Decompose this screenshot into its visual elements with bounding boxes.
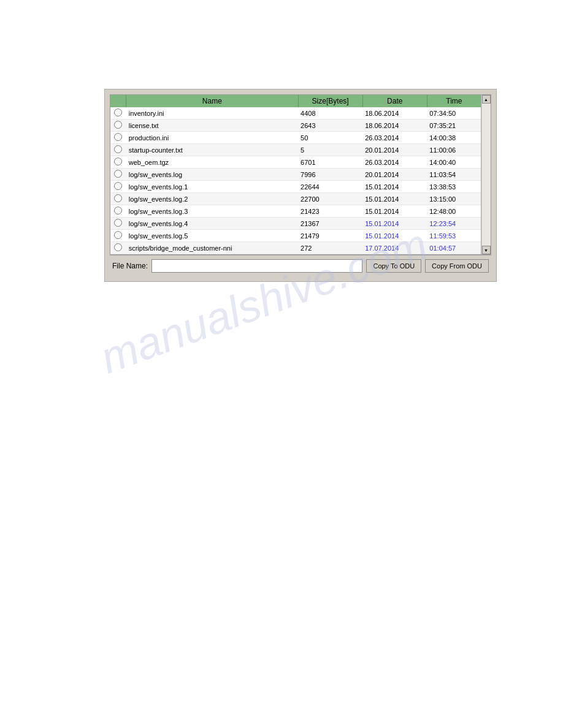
row-time: 14:00:40 [427, 156, 481, 169]
row-name: inventory.ini [126, 107, 298, 119]
row-name: log/sw_events.log [126, 169, 298, 181]
row-size: 6701 [298, 156, 362, 169]
row-radio-cell [110, 169, 126, 181]
row-time: 07:34:50 [427, 107, 481, 119]
scroll-down-button[interactable]: ▼ [482, 246, 491, 254]
row-date: 15.01.2014 [362, 193, 427, 205]
row-size: 272 [298, 242, 362, 254]
row-size: 21367 [298, 218, 362, 230]
file-select-radio[interactable] [114, 231, 122, 239]
row-date: 20.01.2014 [362, 169, 427, 181]
row-radio-cell [110, 144, 126, 156]
row-radio-cell [110, 193, 126, 205]
row-name: production.ini [126, 132, 298, 144]
table-row[interactable]: inventory.ini440818.06.201407:34:50 [110, 107, 481, 119]
row-radio-cell [110, 132, 126, 144]
row-time: 01:04:57 [427, 242, 481, 254]
table-row[interactable]: log/sw_events.log.52147915.01.201411:59:… [110, 230, 481, 242]
row-date: 26.03.2014 [362, 132, 427, 144]
row-radio-cell [110, 230, 126, 242]
th-name: Name [126, 95, 298, 107]
row-time: 13:15:00 [427, 193, 481, 205]
row-name: log/sw_events.log.1 [126, 181, 298, 193]
th-date: Date [362, 95, 427, 107]
row-size: 2643 [298, 119, 362, 132]
row-name: log/sw_events.log.4 [126, 218, 298, 230]
row-time: 11:00:06 [427, 144, 481, 156]
file-select-radio[interactable] [114, 145, 122, 153]
row-date: 20.01.2014 [362, 144, 427, 156]
row-time: 11:59:53 [427, 230, 481, 242]
file-select-radio[interactable] [114, 182, 122, 190]
row-size: 7996 [298, 169, 362, 181]
file-select-radio[interactable] [114, 108, 122, 116]
th-time: Time [427, 95, 481, 107]
row-date: 15.01.2014 [362, 230, 427, 242]
row-date: 18.06.2014 [362, 119, 427, 132]
file-system-panel: Name Size[Bytes] Date Time inventory.ini… [104, 89, 497, 282]
row-time: 11:03:54 [427, 169, 481, 181]
panel-inner: Name Size[Bytes] Date Time inventory.ini… [110, 94, 491, 276]
file-name-input[interactable] [151, 259, 362, 273]
row-name: web_oem.tgz [126, 156, 298, 169]
table-row[interactable]: log/sw_events.log799620.01.201411:03:54 [110, 169, 481, 181]
row-radio-cell [110, 218, 126, 230]
row-name: scripts/bridge_mode_customer-nni [126, 242, 298, 254]
file-name-label: File Name: [112, 262, 148, 270]
row-date: 17.07.2014 [362, 242, 427, 254]
row-radio-cell [110, 119, 126, 132]
table-row[interactable]: log/sw_events.log.42136715.01.201412:23:… [110, 218, 481, 230]
row-size: 50 [298, 132, 362, 144]
file-table: Name Size[Bytes] Date Time inventory.ini… [110, 95, 481, 254]
row-time: 14:00:38 [427, 132, 481, 144]
row-radio-cell [110, 156, 126, 169]
file-select-radio[interactable] [114, 219, 122, 227]
row-size: 21479 [298, 230, 362, 242]
scrollbar: ▲ ▼ [481, 95, 491, 254]
row-name: log/sw_events.log.2 [126, 193, 298, 205]
scroll-up-button[interactable]: ▲ [482, 95, 491, 104]
row-time: 12:23:54 [427, 218, 481, 230]
row-size: 22644 [298, 181, 362, 193]
row-time: 07:35:21 [427, 119, 481, 132]
row-radio-cell [110, 242, 126, 254]
row-date: 15.01.2014 [362, 205, 427, 218]
row-date: 18.06.2014 [362, 107, 427, 119]
copy-from-odu-button[interactable]: Copy From ODU [425, 259, 489, 273]
table-row[interactable]: production.ini5026.03.201414:00:38 [110, 132, 481, 144]
file-select-radio[interactable] [114, 133, 122, 141]
row-size: 4408 [298, 107, 362, 119]
row-date: 15.01.2014 [362, 181, 427, 193]
table-row[interactable]: scripts/bridge_mode_customer-nni27217.07… [110, 242, 481, 254]
scroll-track [482, 104, 491, 246]
row-name: log/sw_events.log.3 [126, 205, 298, 218]
table-row[interactable]: log/sw_events.log.32142315.01.201412:48:… [110, 205, 481, 218]
row-time: 12:48:00 [427, 205, 481, 218]
row-radio-cell [110, 107, 126, 119]
copy-to-odu-button[interactable]: Copy To ODU [366, 259, 421, 273]
th-radio [110, 95, 126, 107]
file-select-radio[interactable] [114, 157, 122, 165]
file-table-container: Name Size[Bytes] Date Time inventory.ini… [110, 94, 491, 255]
row-name: license.txt [126, 119, 298, 132]
row-radio-cell [110, 181, 126, 193]
file-select-radio[interactable] [114, 170, 122, 178]
bottom-controls: File Name: Copy To ODU Copy From ODU [110, 255, 491, 276]
table-row[interactable]: log/sw_events.log.12264415.01.201413:38:… [110, 181, 481, 193]
table-row[interactable]: log/sw_events.log.22270015.01.201413:15:… [110, 193, 481, 205]
row-size: 21423 [298, 205, 362, 218]
row-date: 15.01.2014 [362, 218, 427, 230]
row-radio-cell [110, 205, 126, 218]
file-select-radio[interactable] [114, 194, 122, 202]
file-select-radio[interactable] [114, 207, 122, 214]
row-size: 5 [298, 144, 362, 156]
table-row[interactable]: startup-counter.txt520.01.201411:00:06 [110, 144, 481, 156]
file-select-radio[interactable] [114, 243, 122, 251]
table-row[interactable]: license.txt264318.06.201407:35:21 [110, 119, 481, 132]
file-select-radio[interactable] [114, 121, 122, 129]
row-date: 26.03.2014 [362, 156, 427, 169]
row-name: log/sw_events.log.5 [126, 230, 298, 242]
th-size: Size[Bytes] [298, 95, 362, 107]
table-row[interactable]: web_oem.tgz670126.03.201414:00:40 [110, 156, 481, 169]
row-time: 13:38:53 [427, 181, 481, 193]
